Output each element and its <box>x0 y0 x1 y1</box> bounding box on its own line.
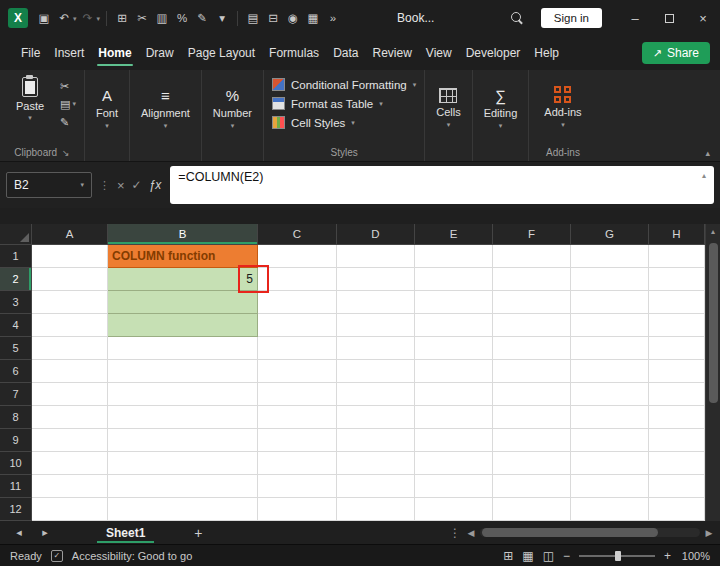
cell-b6[interactable] <box>108 360 258 383</box>
formula-input[interactable]: =COLUMN(E2) ▴ <box>170 166 714 204</box>
addins-button[interactable]: Add-ins ▾ <box>533 70 592 144</box>
cell-g2[interactable] <box>571 268 649 291</box>
cell-e6[interactable] <box>415 360 493 383</box>
cell-b12[interactable] <box>108 498 258 521</box>
cell-c6[interactable] <box>258 360 337 383</box>
cell-d8[interactable] <box>337 406 415 429</box>
menu-tab-developer[interactable]: Developer <box>459 36 528 70</box>
copy-button[interactable]: ▤▾ <box>60 97 76 111</box>
alignment-group-button[interactable]: ≡ Alignment ▾ <box>129 70 201 161</box>
cell-a3[interactable] <box>32 291 108 314</box>
cell-d4[interactable] <box>337 314 415 337</box>
cut-icon[interactable]: ✂ <box>135 0 150 36</box>
menu-tab-page-layout[interactable]: Page Layout <box>181 36 262 70</box>
cell-e11[interactable] <box>415 475 493 498</box>
clipboard-icon[interactable]: ⊞ <box>115 0 130 36</box>
name-box[interactable]: B2 ▾ <box>6 172 92 198</box>
cell-h2[interactable] <box>649 268 705 291</box>
column-header-b[interactable]: B <box>108 224 258 245</box>
cell-g4[interactable] <box>571 314 649 337</box>
cell-e1[interactable] <box>415 245 493 268</box>
cell-a11[interactable] <box>32 475 108 498</box>
cell-d9[interactable] <box>337 429 415 452</box>
vertical-scrollbar[interactable]: ▴ <box>705 224 720 521</box>
minimize-button[interactable]: – <box>618 0 652 36</box>
select-all-corner[interactable] <box>0 224 32 245</box>
cell-h8[interactable] <box>649 406 705 429</box>
cell-styles-button[interactable]: Cell Styles▾ <box>272 116 355 129</box>
accessibility-status[interactable]: Accessibility: Good to go <box>72 550 192 562</box>
cell-h7[interactable] <box>649 383 705 406</box>
row-header-9[interactable]: 9 <box>0 429 32 452</box>
enter-icon[interactable]: ✓ <box>132 178 142 192</box>
cell-b10[interactable] <box>108 452 258 475</box>
undo-caret-icon[interactable]: ▾ <box>73 15 77 23</box>
cell-g10[interactable] <box>571 452 649 475</box>
cell-e2[interactable] <box>415 268 493 291</box>
excel-logo-icon[interactable]: X <box>8 8 28 28</box>
cell-g1[interactable] <box>571 245 649 268</box>
document-icon[interactable]: ▤ <box>246 0 261 36</box>
cell-e5[interactable] <box>415 337 493 360</box>
cells-group-button[interactable]: Cells ▾ <box>424 70 471 161</box>
cell-h1[interactable] <box>649 245 705 268</box>
share-button[interactable]: ↗ Share <box>642 42 710 64</box>
expand-formula-bar-icon[interactable]: ▴ <box>702 171 706 180</box>
row-header-3[interactable]: 3 <box>0 291 32 314</box>
cell-g12[interactable] <box>571 498 649 521</box>
table-icon[interactable]: ▦ <box>306 0 321 36</box>
cell-g11[interactable] <box>571 475 649 498</box>
undo-icon[interactable]: ↶ <box>57 0 72 36</box>
sign-in-button[interactable]: Sign in <box>541 8 602 28</box>
cell-h10[interactable] <box>649 452 705 475</box>
scroll-up-icon[interactable]: ▴ <box>711 224 715 240</box>
cell-a6[interactable] <box>32 360 108 383</box>
cell-c8[interactable] <box>258 406 337 429</box>
cell-e10[interactable] <box>415 452 493 475</box>
cell-c5[interactable] <box>258 337 337 360</box>
cell-e9[interactable] <box>415 429 493 452</box>
row-header-1[interactable]: 1 <box>0 245 32 268</box>
cell-d2[interactable] <box>337 268 415 291</box>
collapse-ribbon-icon[interactable]: ▴ <box>705 148 710 158</box>
zoom-in-button[interactable]: + <box>664 549 671 563</box>
cell-a4[interactable] <box>32 314 108 337</box>
row-header-10[interactable]: 10 <box>0 452 32 475</box>
redo-caret-icon[interactable]: ▾ <box>97 15 101 23</box>
redo-icon[interactable]: ↷ <box>80 0 95 36</box>
cell-h3[interactable] <box>649 291 705 314</box>
percent-icon[interactable]: % <box>175 0 190 36</box>
row-header-11[interactable]: 11 <box>0 475 32 498</box>
cell-d11[interactable] <box>337 475 415 498</box>
cell-a9[interactable] <box>32 429 108 452</box>
font-group-button[interactable]: A Font ▾ <box>84 70 129 161</box>
maximize-button[interactable] <box>652 0 686 36</box>
print-icon[interactable]: ⊟ <box>266 0 281 36</box>
cell-e3[interactable] <box>415 291 493 314</box>
cell-h5[interactable] <box>649 337 705 360</box>
cell-f12[interactable] <box>493 498 571 521</box>
cell-h11[interactable] <box>649 475 705 498</box>
format-as-table-button[interactable]: Format as Table▾ <box>272 97 383 110</box>
page-break-preview-icon[interactable]: ◫ <box>543 549 554 563</box>
sheet-overflow-icon[interactable]: ⋮ <box>446 526 464 540</box>
cell-f3[interactable] <box>493 291 571 314</box>
cell-b8[interactable] <box>108 406 258 429</box>
more-commands-icon[interactable]: » <box>326 0 341 36</box>
cell-e8[interactable] <box>415 406 493 429</box>
row-header-5[interactable]: 5 <box>0 337 32 360</box>
column-header-f[interactable]: F <box>493 224 571 245</box>
cell-c11[interactable] <box>258 475 337 498</box>
menu-tab-data[interactable]: Data <box>326 36 365 70</box>
cell-b3[interactable] <box>108 291 258 314</box>
cell-c12[interactable] <box>258 498 337 521</box>
sheet-nav-right-icon[interactable]: ▸ <box>32 526 58 539</box>
dropdown-icon[interactable]: ▾ <box>215 0 230 36</box>
row-header-2[interactable]: 2 <box>0 268 32 291</box>
cell-d1[interactable] <box>337 245 415 268</box>
format-painter-icon[interactable]: ✎ <box>195 0 210 36</box>
cell-f5[interactable] <box>493 337 571 360</box>
cell-f10[interactable] <box>493 452 571 475</box>
horizontal-scrollbar-thumb[interactable] <box>482 528 658 537</box>
insert-function-icon[interactable]: ƒx <box>149 178 162 192</box>
